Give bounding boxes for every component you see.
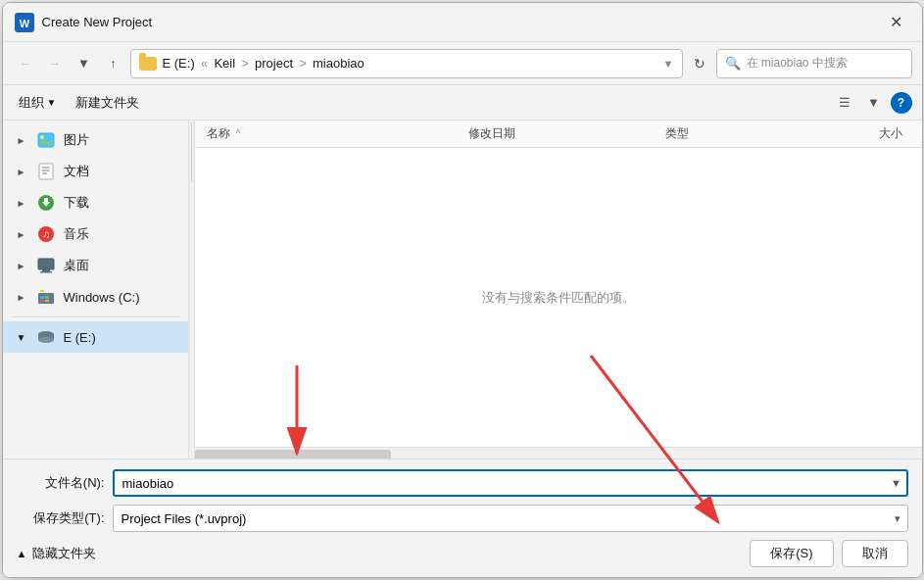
file-list-header: 名称 ^ 修改日期 类型 大小 <box>195 121 922 148</box>
up-button[interactable]: ↑ <box>101 51 126 76</box>
view-list-button[interactable]: ☰ <box>832 90 857 116</box>
col-header-size[interactable]: 大小 <box>797 125 909 142</box>
svg-text:W: W <box>19 18 29 29</box>
search-placeholder: 在 miaobiao 中搜索 <box>747 55 848 72</box>
sidebar-scrollbar-thumb[interactable] <box>191 122 192 181</box>
sidebar-item-pictures[interactable]: ► 图片 <box>3 124 188 156</box>
svg-rect-20 <box>40 300 44 302</box>
dialog-create-project: W Create New Project ✕ ← → ▼ ↑ E (E:) « … <box>2 2 923 578</box>
sort-arrow-name: ^ <box>236 128 241 139</box>
action-buttons: 保存(S) 取消 <box>750 540 907 567</box>
view-dropdown-button[interactable]: ▼ <box>861 90 887 116</box>
horizontal-scrollbar[interactable] <box>195 447 922 459</box>
new-folder-button[interactable]: 新建文件夹 <box>70 91 145 115</box>
sidebar-item-label: 下载 <box>64 194 89 212</box>
hide-folders-label: 隐藏文件夹 <box>32 545 96 562</box>
svg-rect-19 <box>45 296 49 299</box>
organize-dropdown-icon: ▼ <box>47 97 57 108</box>
sidebar-resize <box>189 121 195 459</box>
filetype-select[interactable]: Project Files (*.uvproj) <box>113 505 908 532</box>
search-icon: 🔍 <box>725 56 741 71</box>
bottom-area: 文件名(N): ▼ 保存类型(T): Project Files (*.uvpr… <box>3 459 922 577</box>
sidebar-item-e-drive[interactable]: ▼ E (E:) <box>3 321 188 353</box>
cancel-button[interactable]: 取消 <box>842 540 908 567</box>
close-button[interactable]: ✕ <box>883 9 910 36</box>
file-list: 名称 ^ 修改日期 类型 大小 没有与搜索条件匹配的项。 <box>195 121 922 459</box>
help-button[interactable]: ? <box>891 92 912 114</box>
filetype-row: 保存类型(T): Project Files (*.uvproj) <box>17 505 908 532</box>
forward-button[interactable]: → <box>42 51 68 76</box>
sidebar-item-label: 图片 <box>64 131 89 149</box>
sidebar-item-label: 桌面 <box>64 257 89 274</box>
empty-message: 没有与搜索条件匹配的项。 <box>482 289 635 307</box>
filename-dropdown-arrow[interactable]: ▼ <box>885 469 908 497</box>
drive-windows-icon <box>36 287 56 307</box>
expand-arrow-pictures: ► <box>15 133 28 147</box>
save-button[interactable]: 保存(S) <box>750 540 833 567</box>
dropdown-button[interactable]: ▼ <box>72 51 97 76</box>
folder-icon <box>139 57 157 71</box>
sidebar-item-documents[interactable]: ► 文档 <box>3 156 188 187</box>
expand-arrow-e-drive: ▼ <box>15 330 28 344</box>
expand-arrow-windows-c: ► <box>15 290 28 304</box>
svg-rect-15 <box>42 269 50 271</box>
filename-input-wrapper: ▼ <box>113 469 908 497</box>
organize-label: 组织 <box>19 94 44 112</box>
filetype-label: 保存类型(T): <box>17 509 105 527</box>
refresh-button[interactable]: ↻ <box>687 51 712 76</box>
address-text: E (E:) « Keil > project > miaobiao <box>163 56 365 71</box>
svg-rect-21 <box>45 300 49 302</box>
documents-icon <box>36 162 56 181</box>
expand-arrow-desktop: ► <box>15 259 28 272</box>
sidebar-item-label: Windows (C:) <box>64 290 140 305</box>
organize-button[interactable]: 组织 ▼ <box>13 91 63 115</box>
action-row: ▲ 隐藏文件夹 保存(S) 取消 <box>17 540 908 567</box>
drive-e-icon <box>36 327 56 347</box>
filename-row: 文件名(N): ▼ <box>17 469 908 497</box>
expand-arrow-downloads: ► <box>15 196 28 210</box>
new-folder-label: 新建文件夹 <box>75 94 139 112</box>
address-bar: ← → ▼ ↑ E (E:) « Keil > project > miaobi… <box>3 42 922 85</box>
file-list-body: 没有与搜索条件匹配的项。 <box>195 148 922 447</box>
svg-text:♫: ♫ <box>41 228 49 240</box>
col-header-type[interactable]: 类型 <box>665 125 797 142</box>
svg-point-25 <box>38 337 54 343</box>
svg-rect-14 <box>38 259 54 269</box>
filename-input[interactable] <box>113 469 908 497</box>
svg-point-3 <box>40 135 44 139</box>
sidebar-item-label: 音乐 <box>64 225 89 243</box>
svg-rect-5 <box>39 164 53 179</box>
filename-label: 文件名(N): <box>17 474 105 492</box>
music-icon: ♫ <box>36 224 56 244</box>
sidebar-item-label: E (E:) <box>64 330 96 345</box>
sidebar-item-windows-c[interactable]: ► Windows (C:) <box>3 281 188 313</box>
hide-folders-arrow: ▲ <box>17 548 27 559</box>
sidebar-divider <box>11 316 180 317</box>
expand-arrow-documents: ► <box>15 165 28 178</box>
expand-arrow-music: ► <box>15 227 28 241</box>
sidebar-item-downloads[interactable]: ► 下载 <box>3 187 188 218</box>
title-bar: W Create New Project ✕ <box>3 3 922 42</box>
search-box[interactable]: 🔍 在 miaobiao 中搜索 <box>716 49 912 78</box>
dialog-title: Create New Project <box>42 15 883 29</box>
svg-rect-16 <box>40 271 52 273</box>
desktop-icon <box>36 256 56 275</box>
pictures-icon <box>36 130 56 150</box>
back-button[interactable]: ← <box>13 51 38 76</box>
sidebar-item-label: 文档 <box>64 163 89 180</box>
toolbar: 组织 ▼ 新建文件夹 ☰ ▼ ? <box>3 85 922 121</box>
toolbar-right: ☰ ▼ ? <box>832 90 912 116</box>
filetype-select-wrapper: Project Files (*.uvproj) <box>113 505 908 532</box>
col-header-date[interactable]: 修改日期 <box>468 125 665 142</box>
sidebar: ► 图片 ► <box>3 121 189 459</box>
sidebar-item-music[interactable]: ► ♫ 音乐 <box>3 218 188 250</box>
svg-rect-22 <box>40 290 44 292</box>
path-dropdown-arrow: ▼ <box>663 58 674 70</box>
hide-folders-button[interactable]: ▲ 隐藏文件夹 <box>17 545 97 562</box>
sidebar-item-desktop[interactable]: ► 桌面 <box>3 250 188 281</box>
app-icon: W <box>15 13 34 32</box>
col-header-name[interactable]: 名称 ^ <box>207 125 469 142</box>
main-area: ► 图片 ► <box>3 121 922 459</box>
address-path[interactable]: E (E:) « Keil > project > miaobiao ▼ <box>130 49 683 78</box>
svg-rect-18 <box>40 296 44 299</box>
